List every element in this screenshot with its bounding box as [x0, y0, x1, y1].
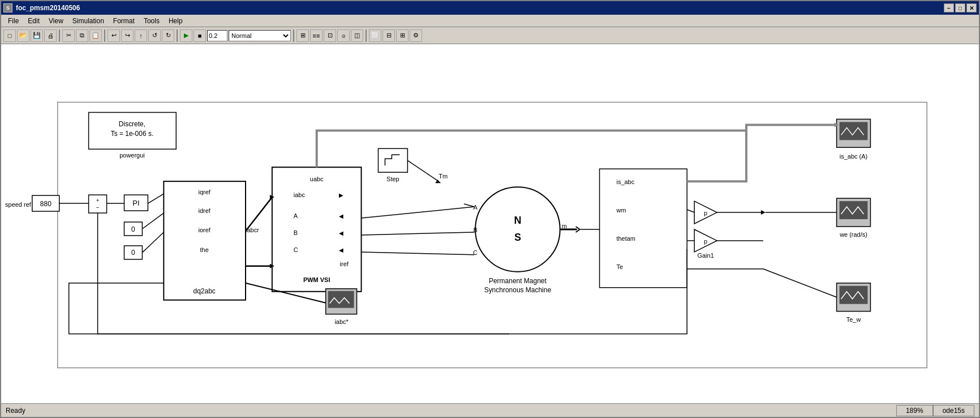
main-window: S foc_pmsm20140506 − □ ✕ File Edit View … — [0, 0, 980, 418]
svg-text:−: − — [96, 204, 100, 211]
menu-help[interactable]: Help — [164, 16, 187, 26]
sep3 — [177, 29, 178, 42]
svg-rect-72 — [328, 291, 354, 308]
svg-text:Discrete,: Discrete, — [119, 120, 145, 128]
svg-rect-52 — [600, 169, 687, 288]
svg-text:is_abc: is_abc — [616, 178, 634, 185]
open-button[interactable]: 📂 — [17, 29, 29, 42]
save-button[interactable]: 💾 — [31, 29, 43, 42]
svg-rect-25 — [272, 167, 362, 291]
close-button[interactable]: ✕ — [966, 3, 977, 12]
svg-text:◀: ◀ — [339, 230, 343, 236]
btn-e[interactable]: ◫ — [351, 29, 363, 42]
run-button[interactable]: ▶ — [180, 29, 192, 42]
svg-text:p: p — [704, 210, 707, 216]
btn-d[interactable]: ⌾ — [337, 29, 350, 42]
canvas-area[interactable]: Discrete, Ts = 1e-006 s. powergui speed … — [1, 44, 979, 403]
menu-tools[interactable]: Tools — [139, 16, 164, 26]
svg-text:◀: ◀ — [339, 247, 343, 253]
svg-text:Te_w: Te_w — [846, 316, 861, 323]
undo-button[interactable]: ↩ — [108, 29, 120, 42]
diagram-svg: Discrete, Ts = 1e-006 s. powergui speed … — [1, 44, 979, 403]
svg-text:Ts = 1e-006 s.: Ts = 1e-006 s. — [111, 130, 154, 138]
svg-text:p: p — [704, 238, 707, 245]
svg-text:ioref: ioref — [198, 227, 210, 233]
svg-text:PWM VSI: PWM VSI — [303, 276, 330, 283]
svg-text:▶: ▶ — [339, 192, 343, 198]
menu-edit[interactable]: Edit — [23, 16, 44, 26]
sep1 — [59, 29, 60, 42]
copy-button[interactable]: ⧉ — [76, 29, 88, 42]
maximize-button[interactable]: □ — [955, 3, 965, 12]
svg-text:thetam: thetam — [616, 235, 635, 242]
toolbar: □ 📂 💾 🖨 ✂ ⧉ 📋 ↩ ↪ ↑ ↺ ↻ ▶ ■ Normal Accel… — [1, 27, 979, 44]
svg-text:powergui: powergui — [119, 152, 145, 159]
sep4 — [293, 29, 294, 42]
title-bar: S foc_pmsm20140506 − □ ✕ — [1, 1, 979, 15]
svg-text:A: A — [294, 212, 298, 219]
svg-rect-18 — [164, 181, 246, 300]
app-icon: S — [3, 3, 12, 12]
btn-f[interactable]: ⬜ — [369, 29, 381, 42]
new-button[interactable]: □ — [3, 29, 16, 42]
svg-text:0: 0 — [131, 225, 135, 233]
svg-text:0: 0 — [131, 249, 135, 257]
btn-g[interactable]: ⊟ — [382, 29, 395, 42]
loop2-button[interactable]: ↻ — [162, 29, 174, 42]
svg-text:is_abc (A): is_abc (A) — [840, 153, 867, 160]
svg-text:Te: Te — [616, 263, 623, 270]
btn-h[interactable]: ⊞ — [396, 29, 409, 42]
sim-time-input[interactable] — [207, 30, 227, 41]
svg-text:B: B — [294, 229, 298, 236]
svg-text:880: 880 — [40, 200, 51, 208]
svg-text:C: C — [294, 246, 298, 253]
btn-a[interactable]: ⊞ — [296, 29, 309, 42]
svg-text:N: N — [514, 215, 521, 226]
svg-text:we (rad/s): we (rad/s) — [839, 231, 867, 238]
svg-text:m: m — [562, 223, 567, 229]
status-solver: ode15s — [933, 405, 974, 416]
svg-text:iref: iref — [340, 261, 349, 267]
redo-button[interactable]: ↪ — [121, 29, 134, 42]
up-button[interactable]: ↑ — [135, 29, 147, 42]
svg-text:iabc*: iabc* — [334, 318, 349, 325]
btn-c[interactable]: ⊡ — [324, 29, 336, 42]
menu-format[interactable]: Format — [109, 16, 139, 26]
sim-mode-select[interactable]: Normal Accelerator Rapid Accelerator — [229, 30, 291, 41]
minimize-button[interactable]: − — [944, 3, 954, 12]
paste-button[interactable]: 📋 — [89, 29, 102, 42]
svg-text:Gain1: Gain1 — [697, 252, 713, 259]
svg-text:speed ref: speed ref — [5, 201, 32, 208]
svg-text:wm: wm — [616, 207, 626, 214]
cut-button[interactable]: ✂ — [62, 29, 75, 42]
status-right: 189% ode15s — [896, 405, 974, 416]
svg-text:Synchronous Machine: Synchronous Machine — [484, 286, 552, 294]
svg-rect-37 — [378, 148, 407, 172]
btn-b[interactable]: ≡≡ — [310, 29, 323, 42]
status-ready: Ready — [6, 407, 25, 415]
status-bar: Ready 189% ode15s — [1, 403, 979, 417]
sep2 — [104, 29, 105, 42]
svg-text:the: the — [200, 246, 209, 253]
window-title: foc_pmsm20140506 — [16, 4, 80, 12]
print-button[interactable]: 🖨 — [44, 29, 57, 42]
sep5 — [366, 29, 367, 42]
svg-text:Step: Step — [386, 176, 399, 182]
btn-i[interactable]: ⚙ — [410, 29, 422, 42]
svg-text:dq2abc: dq2abc — [194, 287, 216, 295]
loop1-button[interactable]: ↺ — [148, 29, 161, 42]
status-zoom: 189% — [896, 405, 933, 416]
menu-file[interactable]: File — [3, 16, 23, 26]
stop-button[interactable]: ■ — [194, 29, 206, 42]
title-controls: − □ ✕ — [944, 3, 977, 12]
menu-view[interactable]: View — [44, 16, 68, 26]
svg-text:iqref: iqref — [198, 189, 210, 195]
svg-text:PI: PI — [132, 199, 139, 207]
svg-text:Tm: Tm — [439, 173, 448, 180]
svg-text:A: A — [473, 204, 478, 211]
svg-text:+: + — [96, 197, 100, 203]
menu-simulation[interactable]: Simulation — [68, 16, 109, 26]
svg-text:S: S — [514, 232, 521, 243]
svg-text:◀: ◀ — [339, 213, 343, 219]
svg-point-39 — [475, 187, 560, 272]
